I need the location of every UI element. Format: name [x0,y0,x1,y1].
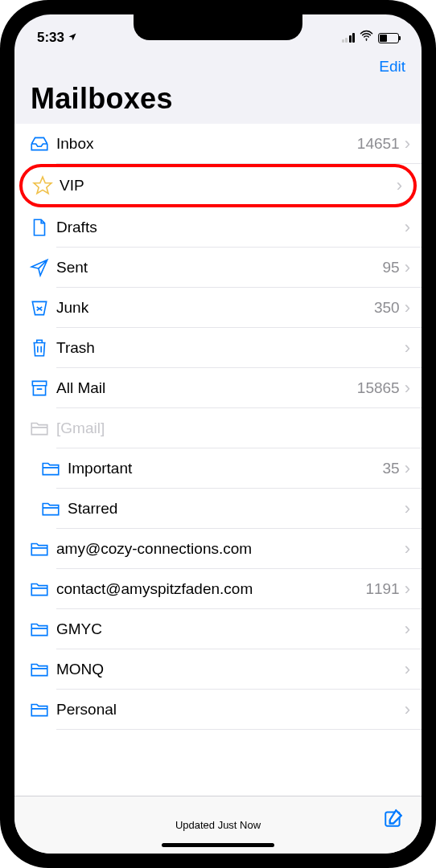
folder-icon [40,458,68,479]
svg-point-0 [365,39,367,40]
mailbox-count: 14651 [357,135,400,153]
mailbox-label: [Gmail] [56,420,410,437]
battery-icon [378,33,399,43]
mailbox-row-personal[interactable]: Personal› [14,690,422,730]
mailbox-label: Junk [56,299,374,317]
chevron-right-icon: › [405,217,410,238]
mailbox-count: 35 [383,460,400,477]
mailbox-row-trash[interactable]: Trash› [14,328,422,368]
volume-down-button [0,249,1,301]
screen: 5:33 Edit [14,14,422,854]
edit-button[interactable]: Edit [379,58,405,76]
star-icon [32,175,60,196]
mailbox-label: Starred [68,500,405,518]
mailbox-count: 350 [374,299,400,317]
chevron-right-icon: › [405,297,410,318]
mailbox-count: 95 [383,259,400,276]
mailbox-row-starred[interactable]: Starred› [14,489,422,529]
mailbox-label: contact@amyspitzfaden.com [56,580,365,598]
chevron-right-icon: › [405,659,410,680]
title-section: Mailboxes [14,82,422,124]
mailbox-label: VIP [60,177,397,194]
mailbox-row-sent[interactable]: Sent95› [14,248,422,288]
phone-frame: 5:33 Edit [0,0,436,868]
mailbox-label: amy@cozy-connections.com [56,540,405,558]
chevron-right-icon: › [405,538,410,559]
location-arrow-icon [68,32,77,44]
mailbox-row-vip[interactable]: VIP› [19,164,417,207]
document-icon [29,217,56,238]
chevron-right-icon: › [397,175,402,196]
chevron-right-icon: › [405,378,410,399]
silent-switch [0,133,1,161]
mailbox-row-contact[interactable]: contact@amyspitzfaden.com1191› [14,569,422,609]
chevron-right-icon: › [405,699,410,720]
home-indicator[interactable] [162,843,274,847]
mailbox-label: All Mail [56,379,357,397]
chevron-right-icon: › [405,458,410,479]
mailbox-row-inbox[interactable]: Inbox14651› [14,124,422,164]
notch [134,14,302,40]
chevron-right-icon: › [405,579,410,600]
mailbox-row-gmyc[interactable]: GMYC› [14,609,422,649]
volume-up-button [0,185,1,237]
folder-icon [29,659,56,680]
mailbox-count: 15865 [357,379,400,397]
status-text: Updated Just Now [175,819,261,831]
mailbox-list[interactable]: Inbox14651›VIP›Drafts›Sent95›Junk350›Tra… [14,124,422,796]
compose-icon [383,808,404,829]
mailbox-label: MONQ [56,661,405,678]
page-title: Mailboxes [31,82,405,116]
trash-icon [29,338,56,358]
junk-icon [29,297,56,318]
chevron-right-icon: › [405,619,410,640]
nav-header: Edit [14,53,422,82]
mailbox-label: Sent [56,259,383,276]
folder-icon [29,579,56,600]
status-time: 5:33 [37,30,77,46]
mailbox-row-amy[interactable]: amy@cozy-connections.com› [14,529,422,569]
chevron-right-icon: › [405,257,410,278]
folder-icon [29,699,56,720]
archive-icon [29,378,56,399]
compose-button[interactable] [383,808,404,832]
mailbox-row-monq[interactable]: MONQ› [14,649,422,690]
mailbox-label: Drafts [56,219,405,236]
chevron-right-icon: › [405,498,410,519]
inbox-icon [29,133,56,154]
bottom-toolbar: Updated Just Now [14,796,422,854]
cellular-signal-icon [342,33,356,43]
mailbox-label: Personal [56,701,405,719]
mailbox-count: 1191 [365,580,399,598]
mailbox-label: Inbox [56,135,357,153]
folder-icon [29,619,56,640]
wifi-icon [360,29,373,47]
chevron-right-icon: › [405,338,410,358]
chevron-right-icon: › [405,133,410,154]
folder-icon [40,498,68,519]
folder-gray-icon [29,418,56,439]
mailbox-row-gmail: [Gmail] [14,408,422,448]
mailbox-row-allmail[interactable]: All Mail15865› [14,368,422,408]
status-indicators [342,29,400,47]
mailbox-label: Important [68,460,383,477]
mailbox-label: GMYC [56,620,405,638]
time-label: 5:33 [37,30,64,46]
mailbox-row-junk[interactable]: Junk350› [14,288,422,328]
mailbox-row-important[interactable]: Important35› [14,448,422,489]
mailbox-label: Trash [56,339,405,357]
paperplane-icon [29,257,56,278]
mailbox-row-drafts[interactable]: Drafts› [14,207,422,248]
folder-icon [29,538,56,559]
